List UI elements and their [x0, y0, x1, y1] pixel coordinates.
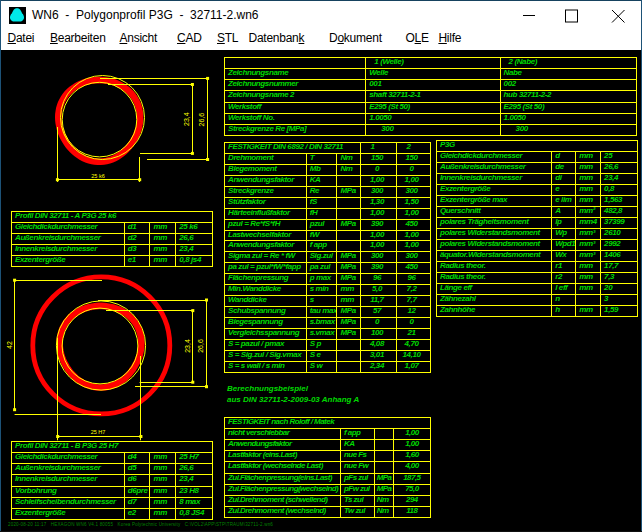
svg-text:25 k6: 25 k6: [91, 173, 104, 179]
svg-text:25 H7: 25 H7: [91, 429, 106, 435]
svg-text:23,4: 23,4: [184, 339, 191, 353]
svg-text:42: 42: [6, 341, 13, 349]
svg-text:26,6: 26,6: [198, 113, 205, 127]
svg-text:26,6: 26,6: [197, 339, 204, 353]
svg-text:23,4: 23,4: [184, 112, 191, 126]
